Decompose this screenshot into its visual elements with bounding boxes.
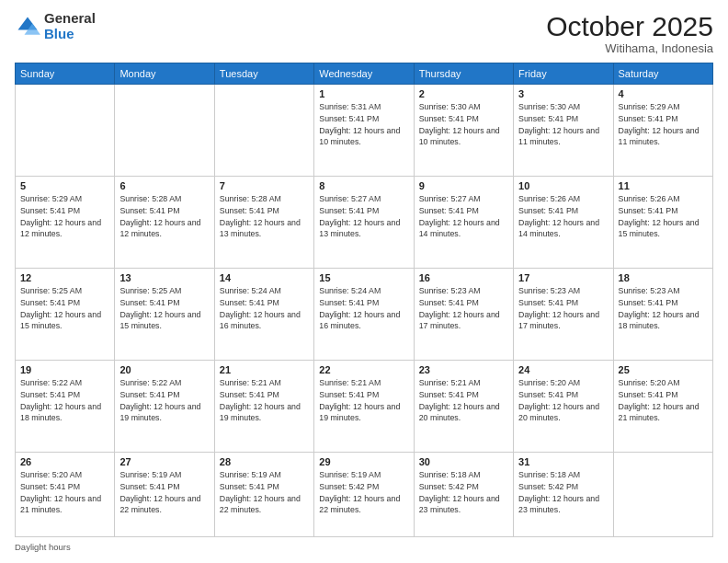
day-number: 9 [419,180,508,191]
day-info: Sunrise: 5:20 AM Sunset: 5:41 PM Dayligh… [518,377,608,424]
day-number: 17 [518,272,608,283]
day-number: 13 [119,272,209,283]
day-info: Sunrise: 5:23 AM Sunset: 5:41 PM Dayligh… [518,285,608,332]
table-row: 19Sunrise: 5:22 AM Sunset: 5:41 PM Dayli… [16,361,115,453]
calendar-table: Sunday Monday Tuesday Wednesday Thursday… [15,63,713,537]
day-info: Sunrise: 5:26 AM Sunset: 5:41 PM Dayligh… [518,193,608,240]
logo-general-text: General [44,11,96,27]
title-block: October 2025 Witihama, Indonesia [546,11,713,55]
table-row: 23Sunrise: 5:21 AM Sunset: 5:41 PM Dayli… [414,361,513,453]
header: General Blue October 2025 Witihama, Indo… [15,11,713,55]
location: Witihama, Indonesia [546,41,713,55]
month-title: October 2025 [546,11,713,41]
col-friday: Friday [514,63,613,85]
day-info: Sunrise: 5:21 AM Sunset: 5:41 PM Dayligh… [419,377,508,424]
day-info: Sunrise: 5:18 AM Sunset: 5:42 PM Dayligh… [518,469,608,516]
table-row: 28Sunrise: 5:19 AM Sunset: 5:41 PM Dayli… [214,453,313,537]
day-number: 29 [319,456,408,467]
table-row: 7Sunrise: 5:28 AM Sunset: 5:41 PM Daylig… [214,177,313,269]
day-info: Sunrise: 5:31 AM Sunset: 5:41 PM Dayligh… [319,101,408,148]
col-saturday: Saturday [613,63,712,85]
table-row: 25Sunrise: 5:20 AM Sunset: 5:41 PM Dayli… [613,361,712,453]
col-wednesday: Wednesday [314,63,414,85]
table-row [115,85,214,177]
day-number: 5 [20,180,109,191]
table-row: 31Sunrise: 5:18 AM Sunset: 5:42 PM Dayli… [514,453,613,537]
day-info: Sunrise: 5:23 AM Sunset: 5:41 PM Dayligh… [619,285,708,332]
day-info: Sunrise: 5:28 AM Sunset: 5:41 PM Dayligh… [220,193,309,240]
day-info: Sunrise: 5:28 AM Sunset: 5:41 PM Dayligh… [119,193,209,240]
daylight-label: Daylight hours [15,542,71,552]
table-row: 15Sunrise: 5:24 AM Sunset: 5:41 PM Dayli… [314,269,414,361]
day-info: Sunrise: 5:21 AM Sunset: 5:41 PM Dayligh… [319,377,408,424]
day-number: 18 [619,272,708,283]
day-info: Sunrise: 5:25 AM Sunset: 5:41 PM Dayligh… [20,285,109,332]
day-number: 1 [319,88,408,99]
day-number: 26 [20,456,109,467]
table-row: 21Sunrise: 5:21 AM Sunset: 5:41 PM Dayli… [214,361,313,453]
page: General Blue October 2025 Witihama, Indo… [0,0,728,563]
logo-blue-text: Blue [44,27,96,42]
day-number: 23 [419,364,508,375]
day-info: Sunrise: 5:30 AM Sunset: 5:41 PM Dayligh… [419,101,508,148]
day-number: 19 [20,364,109,375]
calendar-week-row: 26Sunrise: 5:20 AM Sunset: 5:41 PM Dayli… [16,453,713,537]
table-row: 3Sunrise: 5:30 AM Sunset: 5:41 PM Daylig… [514,85,613,177]
day-info: Sunrise: 5:27 AM Sunset: 5:41 PM Dayligh… [419,193,508,240]
logo-text: General Blue [44,11,96,41]
day-info: Sunrise: 5:30 AM Sunset: 5:41 PM Dayligh… [518,101,608,148]
day-info: Sunrise: 5:19 AM Sunset: 5:41 PM Dayligh… [119,469,209,516]
day-number: 7 [220,180,309,191]
table-row: 29Sunrise: 5:19 AM Sunset: 5:42 PM Dayli… [314,453,414,537]
day-number: 16 [419,272,508,283]
day-number: 11 [619,180,708,191]
day-info: Sunrise: 5:22 AM Sunset: 5:41 PM Dayligh… [20,377,109,424]
col-thursday: Thursday [414,63,513,85]
day-number: 22 [319,364,408,375]
col-monday: Monday [115,63,214,85]
table-row: 6Sunrise: 5:28 AM Sunset: 5:41 PM Daylig… [115,177,214,269]
calendar-week-row: 12Sunrise: 5:25 AM Sunset: 5:41 PM Dayli… [16,269,713,361]
table-row [16,85,115,177]
day-number: 8 [319,180,408,191]
day-info: Sunrise: 5:24 AM Sunset: 5:41 PM Dayligh… [319,285,408,332]
calendar-header-row: Sunday Monday Tuesday Wednesday Thursday… [16,63,713,85]
table-row: 9Sunrise: 5:27 AM Sunset: 5:41 PM Daylig… [414,177,513,269]
calendar-week-row: 19Sunrise: 5:22 AM Sunset: 5:41 PM Dayli… [16,361,713,453]
footer: Daylight hours [15,542,713,552]
table-row: 12Sunrise: 5:25 AM Sunset: 5:41 PM Dayli… [16,269,115,361]
day-info: Sunrise: 5:18 AM Sunset: 5:42 PM Dayligh… [419,469,508,516]
day-number: 20 [119,364,209,375]
table-row: 10Sunrise: 5:26 AM Sunset: 5:41 PM Dayli… [514,177,613,269]
day-info: Sunrise: 5:24 AM Sunset: 5:41 PM Dayligh… [220,285,309,332]
day-number: 15 [319,272,408,283]
table-row: 22Sunrise: 5:21 AM Sunset: 5:41 PM Dayli… [314,361,414,453]
calendar-week-row: 1Sunrise: 5:31 AM Sunset: 5:41 PM Daylig… [16,85,713,177]
day-number: 31 [518,456,608,467]
day-info: Sunrise: 5:29 AM Sunset: 5:41 PM Dayligh… [20,193,109,240]
day-info: Sunrise: 5:21 AM Sunset: 5:41 PM Dayligh… [220,377,309,424]
table-row: 18Sunrise: 5:23 AM Sunset: 5:41 PM Dayli… [613,269,712,361]
day-info: Sunrise: 5:20 AM Sunset: 5:41 PM Dayligh… [20,469,109,516]
day-number: 14 [220,272,309,283]
day-number: 10 [518,180,608,191]
table-row: 8Sunrise: 5:27 AM Sunset: 5:41 PM Daylig… [314,177,414,269]
logo: General Blue [15,11,96,41]
table-row: 5Sunrise: 5:29 AM Sunset: 5:41 PM Daylig… [16,177,115,269]
day-info: Sunrise: 5:26 AM Sunset: 5:41 PM Dayligh… [619,193,708,240]
calendar-week-row: 5Sunrise: 5:29 AM Sunset: 5:41 PM Daylig… [16,177,713,269]
table-row: 1Sunrise: 5:31 AM Sunset: 5:41 PM Daylig… [314,85,414,177]
day-number: 28 [220,456,309,467]
day-info: Sunrise: 5:23 AM Sunset: 5:41 PM Dayligh… [419,285,508,332]
day-number: 27 [119,456,209,467]
table-row: 4Sunrise: 5:29 AM Sunset: 5:41 PM Daylig… [613,85,712,177]
col-sunday: Sunday [16,63,115,85]
day-number: 4 [619,88,708,99]
day-info: Sunrise: 5:22 AM Sunset: 5:41 PM Dayligh… [119,377,209,424]
table-row: 30Sunrise: 5:18 AM Sunset: 5:42 PM Dayli… [414,453,513,537]
day-info: Sunrise: 5:19 AM Sunset: 5:41 PM Dayligh… [220,469,309,516]
day-number: 6 [119,180,209,191]
day-number: 2 [419,88,508,99]
col-tuesday: Tuesday [214,63,313,85]
table-row: 11Sunrise: 5:26 AM Sunset: 5:41 PM Dayli… [613,177,712,269]
